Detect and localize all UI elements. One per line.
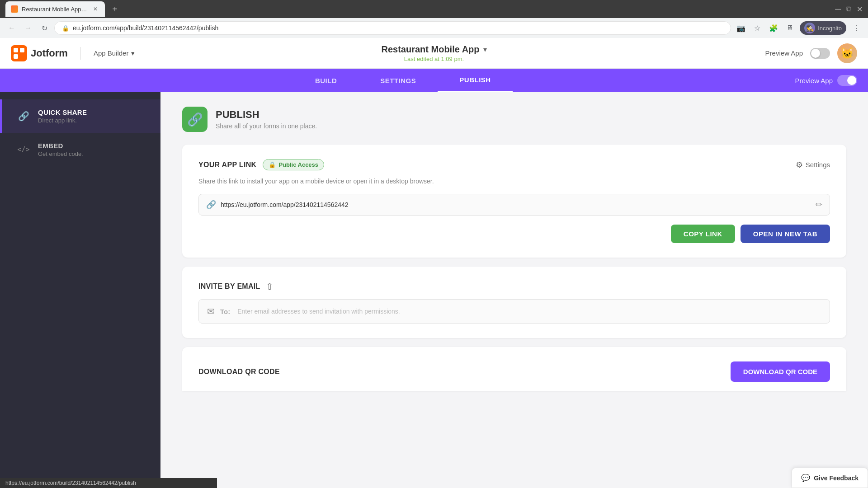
forward-btn[interactable]: → bbox=[22, 22, 34, 34]
url-link-icon: 🔗 bbox=[206, 200, 216, 210]
sidebar-item-embed[interactable]: </> EMBED Get embed code. bbox=[0, 133, 160, 166]
tab-build[interactable]: BUILD bbox=[293, 69, 359, 92]
publish-header: 🔗 PUBLISH Share all of your forms in one… bbox=[182, 107, 846, 132]
refresh-btn[interactable]: ↻ bbox=[38, 22, 51, 34]
app-title-row: Restaurant Mobile App ▾ bbox=[381, 44, 486, 55]
edit-url-icon[interactable]: ✏ bbox=[816, 200, 822, 210]
qr-section: DOWNLOAD QR CODE DOWNLOAD QR CODE bbox=[198, 361, 830, 382]
content-area: 🔗 PUBLISH Share all of your forms in one… bbox=[160, 92, 868, 488]
download-qr-btn[interactable]: DOWNLOAD QR CODE bbox=[731, 361, 830, 382]
give-feedback-btn[interactable]: 💬 Give Feedback bbox=[792, 468, 868, 488]
sidebar-item-text-quick-share: QUICK SHARE Direct app link. bbox=[38, 108, 87, 124]
app-link-section-title: YOUR APP LINK bbox=[198, 161, 256, 169]
public-lock-icon: 🔒 bbox=[269, 161, 276, 168]
app-title-caret-icon[interactable]: ▾ bbox=[483, 45, 487, 54]
publish-title: PUBLISH bbox=[216, 109, 317, 121]
header-right: Preview App 🐱 bbox=[765, 43, 857, 63]
nav-preview-toggle[interactable] bbox=[837, 75, 857, 86]
desktop-icon[interactable]: 🖥 bbox=[783, 22, 796, 34]
header-center: Restaurant Mobile App ▾ Last edited at 1… bbox=[381, 44, 486, 62]
tab-settings[interactable]: SETTINGS bbox=[359, 69, 438, 92]
app-builder-label: App Builder bbox=[94, 49, 129, 57]
sidebar-item-quick-share[interactable]: 🔗 QUICK SHARE Direct app link. bbox=[0, 99, 160, 133]
preview-app-label: Preview App bbox=[765, 49, 803, 57]
browser-titlebar: Restaurant Mobile App - Jotform... ✕ + ─… bbox=[0, 0, 868, 18]
email-input-box[interactable]: ✉ To: Enter email addresses to send invi… bbox=[198, 299, 830, 324]
invite-section-title-row: INVITE BY EMAIL ⇧ bbox=[198, 281, 830, 292]
status-url: https://eu.jotform.com/build/23140211456… bbox=[5, 480, 136, 486]
nav-tab-area: BUILD SETTINGS PUBLISH bbox=[11, 69, 795, 92]
settings-link[interactable]: ⚙ Settings bbox=[796, 160, 830, 170]
publish-subtitle: Share all of your forms in one place. bbox=[216, 122, 317, 130]
preview-toggle[interactable] bbox=[810, 48, 830, 59]
preview-area: Preview App bbox=[795, 75, 857, 86]
app-link-card: YOUR APP LINK 🔒 Public Access ⚙ Settings… bbox=[182, 145, 846, 258]
open-new-tab-btn[interactable]: OPEN IN NEW TAB bbox=[741, 225, 830, 243]
url-box: 🔗 https://eu.jotform.com/app/23140211456… bbox=[198, 194, 830, 216]
svg-rect-2 bbox=[20, 48, 24, 52]
share-upload-icon[interactable]: ⇧ bbox=[266, 281, 274, 292]
star-icon[interactable]: ☆ bbox=[751, 22, 764, 34]
settings-label: Settings bbox=[806, 161, 830, 169]
section-title-row: YOUR APP LINK 🔒 Public Access bbox=[198, 159, 324, 170]
close-window-btn[interactable]: ✕ bbox=[857, 5, 863, 14]
public-access-label: Public Access bbox=[278, 161, 318, 168]
browser-tab[interactable]: Restaurant Mobile App - Jotform... ✕ bbox=[5, 1, 105, 17]
minimize-btn[interactable]: ─ bbox=[835, 5, 841, 14]
publish-title-area: PUBLISH Share all of your forms in one p… bbox=[216, 109, 317, 130]
logo-area: Jotform App Builder ▾ bbox=[11, 45, 135, 61]
incognito-badge: 🕵 Incognito bbox=[800, 21, 846, 35]
menu-btn[interactable]: ⋮ bbox=[850, 22, 863, 34]
sidebar-item-title-embed: EMBED bbox=[38, 142, 83, 150]
publish-icon: 🔗 bbox=[182, 107, 208, 132]
invite-email-card: INVITE BY EMAIL ⇧ ✉ To: Enter email addr… bbox=[182, 267, 846, 338]
logo-text: Jotform bbox=[31, 47, 68, 59]
url-text: https://eu.jotform.com/app/2314021145624… bbox=[221, 201, 816, 208]
qr-code-card: DOWNLOAD QR CODE DOWNLOAD QR CODE bbox=[182, 347, 846, 391]
extensions-icon[interactable]: 🧩 bbox=[767, 22, 780, 34]
tab-publish[interactable]: PUBLISH bbox=[438, 69, 512, 92]
toggle-knob bbox=[811, 49, 820, 58]
copy-link-btn[interactable]: COPY LINK bbox=[671, 225, 735, 243]
email-envelope-icon: ✉ bbox=[207, 306, 215, 317]
last-edited-text: Last edited at 1:09 pm. bbox=[381, 56, 486, 62]
email-to-label: To: bbox=[220, 308, 230, 315]
email-placeholder: Enter email addresses to send invitation… bbox=[237, 308, 400, 315]
svg-rect-1 bbox=[14, 48, 18, 52]
camera-off-icon[interactable]: 📷 bbox=[735, 22, 747, 34]
svg-rect-4 bbox=[20, 54, 24, 59]
main-layout: 🔗 QUICK SHARE Direct app link. </> EMBED… bbox=[0, 92, 868, 488]
invite-section-title: INVITE BY EMAIL bbox=[198, 282, 260, 291]
app-header: Jotform App Builder ▾ Restaurant Mobile … bbox=[0, 38, 868, 69]
sidebar-item-text-embed: EMBED Get embed code. bbox=[38, 142, 83, 157]
restore-btn[interactable]: ⧉ bbox=[846, 5, 851, 13]
lock-icon: 🔒 bbox=[62, 25, 69, 32]
address-bar[interactable]: 🔒 eu.jotform.com/app/build/2314021145624… bbox=[54, 21, 731, 35]
app-link-section-header: YOUR APP LINK 🔒 Public Access ⚙ Settings bbox=[198, 159, 830, 170]
sidebar-item-subtitle-embed: Get embed code. bbox=[38, 150, 83, 157]
sidebar: 🔗 QUICK SHARE Direct app link. </> EMBED… bbox=[0, 92, 160, 488]
sidebar-item-subtitle-quick-share: Direct app link. bbox=[38, 117, 87, 124]
svg-rect-0 bbox=[11, 45, 27, 61]
app-builder-chevron: ▾ bbox=[131, 49, 135, 57]
incognito-avatar: 🕵 bbox=[804, 23, 815, 33]
sidebar-item-title-quick-share: QUICK SHARE bbox=[38, 108, 87, 116]
address-text: eu.jotform.com/app/build/231402114562442… bbox=[73, 24, 723, 32]
browser-toolbar: ← → ↻ 🔒 eu.jotform.com/app/build/2314021… bbox=[0, 18, 868, 38]
tab-title: Restaurant Mobile App - Jotform... bbox=[22, 6, 88, 13]
tab-close-btn[interactable]: ✕ bbox=[91, 5, 99, 13]
toolbar-actions: 📷 ☆ 🧩 🖥 🕵 Incognito ⋮ bbox=[735, 21, 863, 35]
logo-divider bbox=[80, 47, 81, 60]
user-avatar[interactable]: 🐱 bbox=[837, 43, 857, 63]
new-tab-btn[interactable]: + bbox=[108, 3, 121, 15]
jotform-logo[interactable]: Jotform bbox=[11, 45, 68, 61]
jotform-logo-icon bbox=[11, 45, 27, 61]
settings-gear-icon: ⚙ bbox=[796, 160, 803, 170]
feedback-label: Give Feedback bbox=[814, 474, 859, 482]
back-btn[interactable]: ← bbox=[5, 22, 18, 34]
public-access-badge[interactable]: 🔒 Public Access bbox=[263, 159, 324, 170]
tab-favicon bbox=[11, 5, 18, 13]
app-builder-btn[interactable]: App Builder ▾ bbox=[94, 49, 135, 57]
url-actions: COPY LINK OPEN IN NEW TAB bbox=[198, 225, 830, 243]
quick-share-icon: 🔗 bbox=[16, 109, 31, 123]
